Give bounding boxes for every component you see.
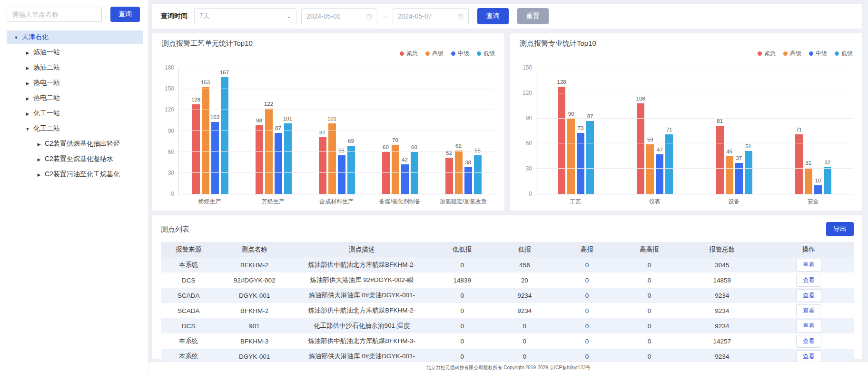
view-button[interactable]: 查看 [796, 259, 821, 272]
reset-button[interactable]: 重置 [517, 8, 549, 24]
export-button[interactable]: 导出 [826, 222, 854, 236]
chart-legend: 紧急高级中级低级 [162, 49, 495, 58]
tree-node-label: 炼油二站 [33, 63, 60, 72]
bar-value-label: 47 [657, 147, 663, 152]
bar-value-label: 90 [568, 111, 574, 117]
chevron-down-icon: ⌄ [286, 13, 291, 20]
tree-node-label: C2装置供烷基化抽出轻烃 [45, 140, 120, 148]
bar-中级: 55 [338, 155, 345, 194]
bar-value-label: 101 [327, 116, 336, 121]
tree-node[interactable]: ▶C2装置污油至化工烷基化 [7, 168, 143, 181]
time-range-select[interactable]: 7天 ⌄ [194, 8, 296, 24]
bar-value-label: 71 [796, 127, 802, 132]
end-date-input[interactable]: 2024-05-07 ◷ [393, 8, 469, 24]
legend-item[interactable]: 高级 [425, 49, 444, 58]
bar-高级: 59 [646, 144, 654, 194]
x-tick-label: 加氢稳定/加氢改质 [432, 198, 495, 206]
column-header: 操作 [764, 242, 854, 257]
view-button[interactable]: 查看 [796, 335, 821, 348]
bar-中级: 37 [735, 163, 743, 194]
caret-right-icon[interactable]: ▶ [24, 111, 31, 116]
table-row: DCS92#DGYK-002炼油部供大港油库 92#DGYK-002-瞬1483… [161, 272, 854, 288]
bar-value-label: 81 [717, 118, 723, 124]
tree-node[interactable]: ▶C2装置供烷基化抽出轻烃 [7, 137, 143, 151]
bar-紧急: 52 [445, 158, 453, 194]
caret-down-icon[interactable]: ▼ [24, 126, 31, 131]
legend-item[interactable]: 中级 [451, 49, 469, 58]
action-cell: 查看 [764, 257, 854, 272]
bar-group: 128153103167 [178, 68, 242, 194]
view-button[interactable]: 查看 [796, 274, 821, 287]
bar-中级: 87 [275, 133, 282, 194]
caret-right-icon[interactable]: ▶ [24, 81, 31, 85]
view-button[interactable]: 查看 [796, 350, 821, 363]
tree-node[interactable]: ▶炼油一站 [7, 46, 143, 59]
view-button[interactable]: 查看 [796, 289, 821, 302]
bar-value-label: 55 [338, 148, 345, 153]
node-search-button[interactable]: 查询 [110, 7, 140, 22]
bar-value-label: 10 [815, 178, 821, 183]
caret-right-icon[interactable]: ▶ [36, 141, 42, 146]
table-cell: 0 [618, 318, 681, 333]
y-tick-label: 30 [526, 165, 532, 172]
table-row: SCADABFKHM-2炼油部供中航油北方库航煤BFKHM-2-09234009… [161, 303, 854, 318]
tree-node[interactable]: ▼化工二站 [7, 122, 143, 135]
start-date-input[interactable]: 2024-05-01 ◷ [301, 8, 377, 24]
legend-item[interactable]: 中级 [809, 49, 827, 58]
y-tick-label: 180 [165, 64, 174, 71]
bar-低级: 69 [347, 146, 355, 194]
bar-中级: 47 [656, 154, 663, 194]
caret-right-icon[interactable]: ▶ [36, 172, 42, 177]
bar-低级: 167 [221, 77, 228, 194]
table-cell: 14839 [431, 272, 493, 288]
legend-item[interactable]: 紧急 [400, 49, 418, 58]
column-header: 报警来源 [161, 242, 216, 257]
caret-down-icon[interactable]: ▼ [13, 35, 20, 40]
node-search-input[interactable] [7, 7, 102, 22]
bar-value-label: 73 [578, 125, 584, 131]
bar-group: 52623855 [432, 68, 495, 194]
tree-node[interactable]: ▶热电一站 [7, 76, 143, 90]
bar-value-label: 71 [666, 127, 672, 132]
chart-plot-area: 1289073871085947718145375171311032 [536, 68, 853, 194]
tree-node[interactable]: ▼天津石化 [7, 30, 143, 44]
start-date-value: 2024-05-01 [306, 12, 341, 20]
tree-node[interactable]: ▶炼油二站 [7, 61, 143, 74]
view-button[interactable]: 查看 [796, 304, 821, 317]
caret-right-icon[interactable]: ▶ [24, 65, 31, 70]
table-cell: 0 [618, 288, 681, 303]
table-cell: 炼油部供中航油北方库航煤BFKHM-2- [293, 303, 431, 318]
bar-紧急: 60 [382, 152, 390, 194]
caret-right-icon[interactable]: ▶ [24, 50, 31, 55]
x-axis: 工艺仪表设备安全 [536, 194, 853, 206]
bar-group: 9812287101 [242, 68, 305, 194]
legend-item[interactable]: 低级 [477, 49, 495, 58]
tree-node[interactable]: ▶C2装置至烷基化凝结水 [7, 152, 143, 166]
legend-item[interactable]: 高级 [783, 49, 801, 58]
bar-低级: 32 [824, 167, 831, 194]
tree-node[interactable]: ▶热电二站 [7, 91, 143, 105]
table-cell: 901 [216, 318, 292, 333]
x-tick-label: 仪表 [615, 198, 695, 206]
table-row: DCS901化工部供中沙石化抽余油901-温度00009234查看 [161, 318, 854, 333]
tree-node-label: C2装置污油至化工烷基化 [45, 170, 120, 179]
tree-node-label: 热电一站 [33, 79, 60, 87]
table-cell: 9234 [493, 303, 556, 318]
table-cell: 本系统 [161, 257, 216, 272]
view-button[interactable]: 查看 [796, 320, 821, 333]
table-cell: 9234 [681, 288, 764, 303]
bar-value-label: 37 [736, 155, 742, 161]
column-header: 测点描述 [293, 242, 431, 257]
caret-right-icon[interactable]: ▶ [24, 96, 31, 101]
bar-中级: 103 [211, 122, 219, 194]
legend-item[interactable]: 紧急 [758, 49, 776, 58]
query-button[interactable]: 查询 [477, 8, 509, 24]
tree-node[interactable]: ▶化工一站 [7, 107, 143, 120]
table-header-row: 报警来源测点名称测点描述低低报低报高报高高报报警总数操作 [161, 242, 854, 257]
legend-item[interactable]: 低级 [835, 49, 853, 58]
x-tick-label: 芳烃生产 [241, 198, 305, 206]
table-cell: 20 [493, 272, 556, 288]
caret-right-icon[interactable]: ▶ [36, 157, 42, 161]
table-cell: 0 [556, 257, 618, 272]
table-cell: 0 [556, 318, 618, 333]
